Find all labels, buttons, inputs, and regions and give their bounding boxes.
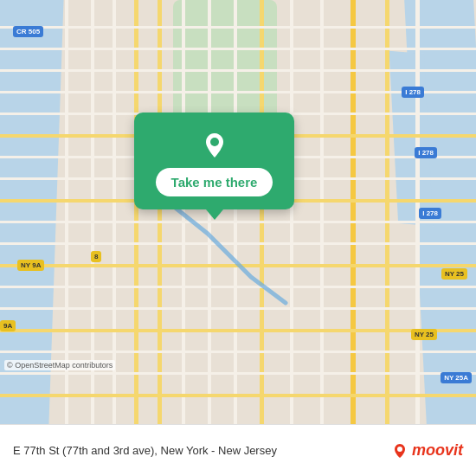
location-label: E 77th St (77th and 3rd ave), New York -… <box>13 444 391 457</box>
road-street-2 <box>0 48 476 50</box>
pin-icon <box>199 130 230 161</box>
i278-shield-b: I 278 <box>415 147 437 158</box>
i278-shield-c: I 278 <box>419 208 441 219</box>
road-street-17 <box>0 372 476 375</box>
moovit-logo: moovit <box>391 441 463 460</box>
road-street-18 <box>0 394 476 397</box>
road-avenue-11 <box>320 0 324 424</box>
ny25a-shield: NY 25A <box>441 372 472 383</box>
road-street-3 <box>0 69 476 72</box>
ny9a-shield-2: 9A <box>0 320 16 331</box>
cr505-shield: CR 505 <box>13 26 43 37</box>
ny9a-shield-1: NY 9A <box>17 260 44 271</box>
bottom-bar: E 77th St (77th and 3rd ave), New York -… <box>0 424 476 476</box>
road-street-1 <box>0 26 476 29</box>
svg-point-2 <box>397 447 402 452</box>
tooltip-arrow <box>206 209 223 220</box>
ny25-shield-b: NY 25 <box>411 329 437 340</box>
road-street-15 <box>0 329 476 332</box>
i278-shield-a: I 278 <box>402 87 424 98</box>
moovit-brand-name: moovit <box>412 441 463 460</box>
road-avenue-12 <box>351 0 356 424</box>
moovit-pin-icon <box>391 442 408 460</box>
map-container: CR 505 8 NY 9A 9A I 278 I 278 I 278 NY 2… <box>0 0 476 424</box>
svg-point-1 <box>210 138 219 146</box>
take-me-there-button[interactable]: Take me there <box>156 168 273 196</box>
road-avenue-13 <box>385 0 389 424</box>
location-tooltip[interactable]: Take me there <box>134 113 294 220</box>
tooltip-box: Take me there <box>134 113 294 209</box>
road-street-16 <box>0 351 476 353</box>
ny25-shield-a: NY 25 <box>441 268 467 280</box>
osm-attribution: © OpenStreetMap contributors <box>4 360 115 370</box>
shield-8: 8 <box>91 251 101 262</box>
